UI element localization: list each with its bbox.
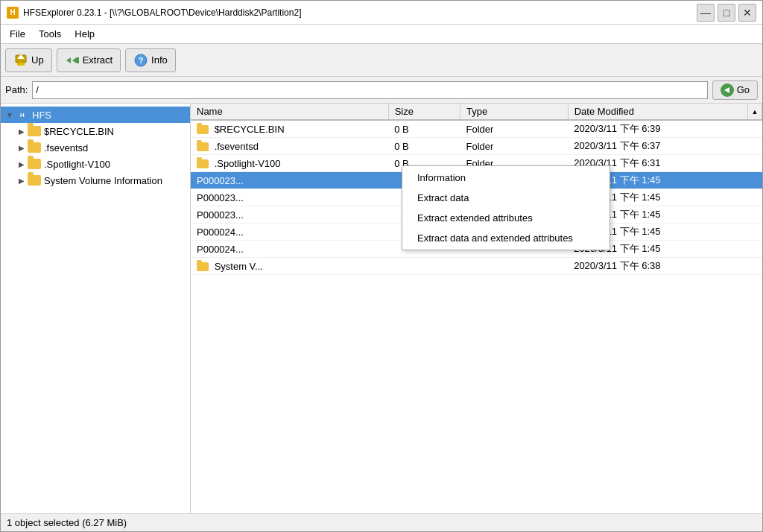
tree-item-fseventsd[interactable]: ▶ .fseventsd xyxy=(1,139,190,156)
folder-icon-spotlight xyxy=(28,159,41,169)
path-input[interactable] xyxy=(32,81,707,99)
file-date: 2020/3/11 下午 6:39 xyxy=(568,120,747,138)
go-icon xyxy=(721,83,734,97)
scroll-cell xyxy=(747,206,762,224)
close-button[interactable]: ✕ xyxy=(738,4,756,22)
status-bar: 1 object selected (6.27 MiB) xyxy=(1,513,762,531)
table-row[interactable]: .fseventsd 0 B Folder 2020/3/11 下午 6:37 xyxy=(191,138,762,155)
context-menu-item-extract-data[interactable]: Extract data xyxy=(402,188,610,208)
up-button[interactable]: Up xyxy=(5,48,52,72)
file-name: $RECYCLE.BIN xyxy=(191,120,388,138)
extract-icon xyxy=(65,53,80,68)
tree-label-fseventsd: .fseventsd xyxy=(44,142,88,153)
folder-icon xyxy=(197,262,209,271)
tree-label-spotlight: .Spotlight-V100 xyxy=(44,159,110,170)
svg-marker-3 xyxy=(66,57,71,63)
title-bar-left: H HFSExplorer 0.23.1 - [\\?\GLOBALROOT\D… xyxy=(7,7,301,19)
col-type[interactable]: Type xyxy=(460,104,569,120)
folder-icon xyxy=(197,125,209,134)
col-name[interactable]: Name xyxy=(191,104,388,120)
tree-label-recycle: $RECYCLE.BIN xyxy=(44,126,114,137)
title-bar-buttons: — □ ✕ xyxy=(697,4,756,22)
expander-fseventsd[interactable]: ▶ xyxy=(16,142,28,153)
table-row[interactable]: $RECYCLE.BIN 0 B Folder 2020/3/11 下午 6:3… xyxy=(191,120,762,138)
svg-marker-8 xyxy=(724,87,729,93)
file-type xyxy=(460,258,569,275)
extract-button[interactable]: Extract xyxy=(57,48,121,72)
menu-bar: File Tools Help xyxy=(1,25,762,44)
scroll-cell xyxy=(747,241,762,258)
context-menu: Information Extract data Extract extende… xyxy=(402,165,610,250)
folder-icon-fseventsd xyxy=(28,142,41,153)
main-content: ▼ H HFS ▶ $RECYCLE.BIN ▶ .fseventsd ▶ .S… xyxy=(1,104,762,513)
tree-item-spotlight[interactable]: ▶ .Spotlight-V100 xyxy=(1,156,190,172)
context-menu-item-information[interactable]: Information xyxy=(402,168,610,188)
menu-help[interactable]: Help xyxy=(69,27,101,41)
scroll-cell xyxy=(747,189,762,206)
svg-rect-5 xyxy=(77,57,79,63)
file-size xyxy=(388,258,460,275)
col-scroll-up: ▲ xyxy=(747,104,762,120)
maximize-button[interactable]: □ xyxy=(718,4,735,22)
scroll-cell xyxy=(747,138,762,155)
file-size: 0 B xyxy=(388,138,460,155)
expander-sysvolinfo[interactable]: ▶ xyxy=(16,174,28,186)
main-window: H HFSExplorer 0.23.1 - [\\?\GLOBALROOT\D… xyxy=(0,0,763,532)
minimize-button[interactable]: — xyxy=(697,4,715,22)
file-name: P000024... xyxy=(191,224,388,241)
expander-spotlight[interactable]: ▶ xyxy=(16,158,28,170)
tree-label-hfs: HFS xyxy=(32,110,51,121)
up-label: Up xyxy=(31,54,44,66)
info-icon: ? xyxy=(133,53,148,68)
status-text: 1 object selected (6.27 MiB) xyxy=(7,517,127,528)
scroll-cell xyxy=(747,224,762,241)
scroll-up-btn[interactable]: ▲ xyxy=(748,108,762,115)
file-type: Folder xyxy=(460,120,569,138)
file-date: 2020/3/11 下午 6:38 xyxy=(568,258,747,275)
file-name: P000023... xyxy=(191,172,388,189)
menu-tools[interactable]: Tools xyxy=(33,27,67,41)
file-name: P000023... xyxy=(191,206,388,224)
file-pane: Name Size Type Date Modified ▲ xyxy=(191,104,762,513)
extract-label: Extract xyxy=(83,54,113,66)
file-name: System V... xyxy=(191,258,388,275)
info-button[interactable]: ? Info xyxy=(125,48,176,72)
file-size: 0 B xyxy=(388,120,460,138)
toolbar: Up Extract ? Info xyxy=(1,44,762,77)
svg-marker-4 xyxy=(72,57,77,63)
file-date: 2020/3/11 下午 6:37 xyxy=(568,138,747,155)
tree-item-sysvolinfo[interactable]: ▶ System Volume Information xyxy=(1,172,190,189)
svg-rect-1 xyxy=(17,63,25,66)
up-icon xyxy=(13,53,28,68)
col-size[interactable]: Size xyxy=(388,104,460,120)
folder-icon-recycle xyxy=(28,126,41,136)
path-label: Path: xyxy=(5,84,28,95)
tree-pane: ▼ H HFS ▶ $RECYCLE.BIN ▶ .fseventsd ▶ .S… xyxy=(1,104,191,513)
svg-text:?: ? xyxy=(139,56,144,65)
scroll-cell xyxy=(747,155,762,172)
file-name: .fseventsd xyxy=(191,138,388,155)
file-name: .Spotlight-V100 xyxy=(191,155,388,172)
go-label: Go xyxy=(737,84,750,95)
col-date[interactable]: Date Modified xyxy=(568,104,747,120)
scroll-cell xyxy=(747,172,762,189)
file-name: P000024... xyxy=(191,241,388,258)
context-menu-item-extract-all[interactable]: Extract data and extended attributes xyxy=(402,228,610,248)
info-label: Info xyxy=(151,54,168,66)
go-button[interactable]: Go xyxy=(712,80,758,100)
tree-item-recycle[interactable]: ▶ $RECYCLE.BIN xyxy=(1,123,190,139)
tree-item-hfs[interactable]: ▼ H HFS xyxy=(1,107,190,123)
file-type: Folder xyxy=(460,138,569,155)
scroll-cell xyxy=(747,258,762,275)
app-icon: H xyxy=(7,7,19,19)
expander-hfs[interactable]: ▼ xyxy=(4,109,16,121)
tree-label-sysvolinfo: System Volume Information xyxy=(44,175,162,186)
folder-icon xyxy=(197,159,209,168)
menu-file[interactable]: File xyxy=(4,27,31,41)
file-name: P000023... xyxy=(191,189,388,206)
table-row[interactable]: System V... 2020/3/11 下午 6:38 xyxy=(191,258,762,275)
context-menu-item-extract-extended[interactable]: Extract extended attributes xyxy=(402,208,610,228)
hfs-drive-icon: H xyxy=(16,109,29,121)
path-bar: Path: Go xyxy=(1,77,762,104)
expander-recycle[interactable]: ▶ xyxy=(16,125,28,137)
